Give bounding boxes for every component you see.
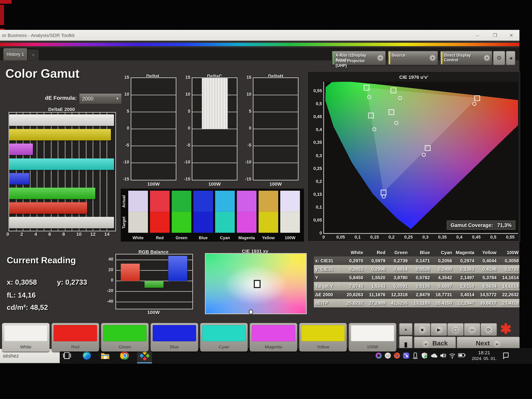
delta-y-tick: 5 xyxy=(119,109,129,114)
tray-media-icon[interactable] xyxy=(375,352,382,359)
edge-icon[interactable] xyxy=(82,351,92,360)
table-row: y: CIE310,26510,29960,48140,05280,24900,… xyxy=(314,265,519,273)
rgb-bar-red xyxy=(121,264,140,281)
up-arrow-icon: ▲ xyxy=(404,327,408,331)
patch-label: White xyxy=(2,344,50,349)
patch-button-100w[interactable]: 100W xyxy=(349,323,396,352)
meter-dropdown[interactable]: X-Rite i1Display Retail Front Projector … xyxy=(332,51,386,65)
table-col-100w: 100W xyxy=(497,249,519,256)
gridline xyxy=(131,146,176,146)
delta-y-tick: 5 xyxy=(180,109,190,114)
target-swatch xyxy=(193,212,213,233)
deltae-x-tick: 2 xyxy=(20,231,23,237)
swatch-label: Yellow xyxy=(259,235,278,240)
meter-line2: Front Projector (UHP) xyxy=(336,58,377,68)
patch-label: Blue xyxy=(151,344,198,349)
tray-security-icon[interactable] xyxy=(421,352,428,359)
patch-swatch xyxy=(202,325,246,341)
patch-swatch xyxy=(54,325,97,341)
deltae-bar-green xyxy=(9,188,95,199)
uv-target-white xyxy=(388,109,394,115)
transport-continuous-button[interactable]: ∞ xyxy=(464,323,480,336)
uv-x-tick: 0,15 xyxy=(370,234,379,240)
delta-y-tick: -5 xyxy=(119,142,129,148)
chevron-left-icon: ◀ xyxy=(509,56,512,60)
tray-phone-link-icon[interactable] xyxy=(412,352,419,359)
cie1931-plot xyxy=(205,253,307,314)
patch-swatch xyxy=(4,325,48,341)
settings-button[interactable]: ⚙ xyxy=(493,51,505,65)
uv-y-tick: 0,15 xyxy=(309,192,322,197)
patch-button-red[interactable]: Red xyxy=(52,323,99,352)
transport-stop-button[interactable]: ■ xyxy=(414,323,431,336)
uv-y-tick: 0,45 xyxy=(309,114,322,119)
file-explorer-icon[interactable] xyxy=(100,351,110,360)
tray-onedrive-icon[interactable] xyxy=(430,353,438,358)
deltae-bar-yellow xyxy=(9,129,111,140)
cie1976-panel: CIE 1976 u'v' Gamut Coverage: 71,3% xyxy=(307,71,520,242)
patch-label: 100W xyxy=(349,344,396,349)
chrome-icon[interactable] xyxy=(120,351,130,360)
source-dropdown[interactable]: Source ▼ xyxy=(388,51,438,65)
tray-firefox-icon[interactable] xyxy=(394,352,400,359)
patch-button-cyan[interactable]: Cyan xyxy=(200,323,248,352)
delta-y-tick: -10 xyxy=(241,159,251,165)
table-col-white: White xyxy=(342,249,364,256)
delta-y-tick: 15 xyxy=(119,75,129,80)
task-view-icon[interactable] xyxy=(62,351,72,360)
patch-button-magenta[interactable]: Magenta xyxy=(250,323,297,352)
patch-button-white[interactable]: White xyxy=(2,323,50,352)
patch-label: Magenta xyxy=(250,344,297,349)
rgb-y-tick: -40 xyxy=(104,299,113,304)
scroll-up-button[interactable]: ▲ xyxy=(399,323,413,335)
clock-time: 18:21 xyxy=(470,350,499,355)
deltae-chart-title: DeltaE 2000 xyxy=(8,107,115,112)
transport-repeat-button[interactable]: ⟳ xyxy=(480,323,497,336)
tab-history-1[interactable]: History 1 xyxy=(3,48,27,60)
patch-swatch xyxy=(351,325,394,341)
uv-measured-yellow xyxy=(398,96,402,100)
photo-of-screen: or Business - Analysis/SDR Toolkit – ❐ ✕… xyxy=(0,0,532,399)
swatch-label: 100W xyxy=(280,235,300,240)
delta-y-tick: 5 xyxy=(241,109,251,114)
transport-play-button[interactable]: ▶ xyxy=(431,323,447,336)
patch-swatch xyxy=(153,325,196,341)
gridline xyxy=(192,163,237,163)
rgb-y-tick: 0 xyxy=(104,278,113,283)
gridline xyxy=(253,95,298,95)
cie1931-title: CIE 1931 xy xyxy=(205,248,305,254)
tray-wifi-icon[interactable] xyxy=(449,352,456,359)
direct-display-control-dropdown[interactable]: Direct Display Control ▼ xyxy=(440,51,492,65)
taskbar-clock[interactable]: 18:21 2024. 05. 01. xyxy=(470,350,499,361)
transport-frame-advance-button[interactable]: ▢ xyxy=(447,323,464,336)
de-formula-select[interactable]: 2000 ▼ xyxy=(79,93,122,104)
patch-swatch xyxy=(103,325,147,341)
ddc-status-bar xyxy=(441,52,442,64)
patch-button-yellow[interactable]: Yellow xyxy=(299,323,347,352)
alert-asterisk-icon: ✱ xyxy=(500,321,511,337)
patch-button-blue[interactable]: Blue xyxy=(151,323,198,352)
restore-button[interactable]: ❐ xyxy=(488,30,502,41)
action-center-icon[interactable] xyxy=(502,352,510,359)
add-tab-button[interactable]: + xyxy=(28,50,39,60)
actual-swatch xyxy=(128,191,148,212)
measurement-table: WhiteRedGreenBlueCyanMagentaYellow100W x… xyxy=(314,249,519,307)
uv-y-tick: 0,25 xyxy=(309,166,322,171)
delta-y-tick: 0 xyxy=(119,126,129,131)
tray-viber-icon[interactable] xyxy=(403,352,409,359)
gamut-coverage-value: 71,3% xyxy=(497,222,512,228)
target-swatch xyxy=(280,212,300,233)
swatch-label: Magenta xyxy=(237,235,256,240)
delta-xlabel: 100W xyxy=(192,181,238,187)
minimize-button[interactable]: – xyxy=(471,30,484,41)
calman-app-icon[interactable] xyxy=(140,351,149,360)
clock-date: 2024. 05. 01. xyxy=(470,356,499,361)
tray-dsp-icon[interactable]: DSP xyxy=(384,352,391,359)
patch-button-green[interactable]: Green xyxy=(101,323,149,352)
close-button[interactable]: ✕ xyxy=(505,30,518,41)
gridline xyxy=(192,146,237,146)
collapse-panel-button[interactable]: ◀ xyxy=(506,51,515,65)
tray-volume-icon[interactable] xyxy=(440,352,447,359)
tray-battery-icon[interactable] xyxy=(458,353,466,358)
table-row: ΔE 200020,626311,167612,33182,847918,773… xyxy=(314,290,519,299)
